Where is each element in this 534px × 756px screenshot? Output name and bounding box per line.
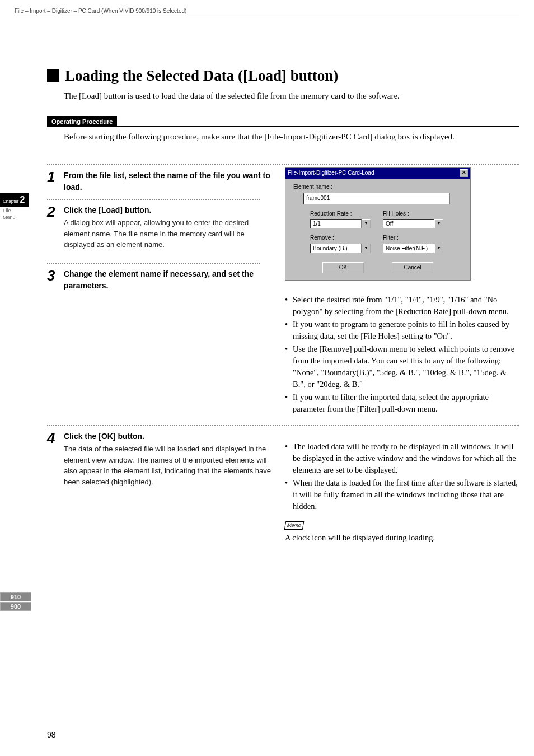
remove-label: Remove : [310, 234, 383, 242]
chevron-down-icon[interactable]: ▼ [434, 219, 443, 228]
bullet-text: The loaded data will be ready to be disp… [293, 441, 519, 476]
memo-text: A clock icon will be displayed during lo… [285, 532, 519, 544]
dialog-titlebar: File-Import-Digitizer-PC Card-Load ✕ [285, 168, 470, 179]
chapter-line1: File [3, 208, 29, 214]
step-number: 2 [47, 204, 64, 250]
dialog-title-text: File-Import-Digitizer-PC Card-Load [288, 169, 374, 178]
operating-procedure-intro: Before starting the following procedure,… [64, 132, 519, 142]
step-3: 3 Change the element name if necessary, … [47, 268, 274, 292]
reduction-rate-select[interactable]: 1/1 ▼ [310, 219, 383, 228]
fill-holes-select[interactable]: Off ▼ [383, 219, 456, 228]
model-label-910: 910 [0, 592, 31, 601]
model-label-900: 900 [0, 602, 31, 611]
step-3-title: Change the element name if necessary, an… [64, 268, 274, 292]
step-2-desc: A dialog box will appear, allowing you t… [64, 217, 274, 250]
dotted-separator [47, 425, 519, 426]
square-bullet-icon [47, 69, 59, 82]
reduction-rate-label: Reduction Rate : [310, 210, 383, 218]
bullet-text: Use the [Remove] pull-down menu to selec… [293, 343, 519, 390]
operating-procedure-rule [47, 126, 519, 127]
fill-holes-value: Off [383, 219, 434, 228]
bullet-text: If you want to filter the imported data,… [293, 391, 519, 415]
section-title-text: Loading the Selected Data ([Load] button… [65, 67, 338, 84]
operating-procedure-label: Operating Procedure [47, 116, 117, 127]
dotted-separator [47, 199, 260, 200]
step-2: 2 Click the [Load] button. A dialog box … [47, 204, 274, 250]
section-intro: The [Load] button is used to load the da… [64, 91, 519, 101]
filter-select[interactable]: Noise Filter(N.F.) ▼ [383, 244, 456, 253]
fill-holes-label: Fill Holes : [383, 210, 456, 218]
chevron-down-icon[interactable]: ▼ [362, 219, 371, 228]
remove-value: Boundary (B.) [310, 244, 362, 253]
ok-button[interactable]: OK [322, 262, 364, 274]
step-4-bullets: •The loaded data will be ready to be dis… [285, 441, 519, 512]
step-2-title: Click the [Load] button. [64, 204, 274, 216]
breadcrumb: File – Import – Digitizer – PC Card (Whe… [15, 8, 186, 14]
chapter-tab: Chapter 2 File Menu [0, 193, 29, 221]
step-1: 1 From the file list, select the name of… [47, 170, 274, 193]
step-3-bullets: •Select the desired rate from "1/1", "1/… [285, 294, 519, 415]
chevron-down-icon[interactable]: ▼ [434, 244, 443, 253]
step-4-title: Click the [OK] button. [64, 431, 274, 442]
step-number: 3 [47, 268, 64, 292]
filter-label: Filter : [383, 234, 456, 242]
model-labels: 910 900 [0, 592, 31, 612]
chapter-line2: Menu [3, 214, 29, 221]
step-4: 4 Click the [OK] button. The data of the… [47, 431, 274, 487]
element-name-input[interactable]: frame001 [303, 193, 450, 204]
step-number: 4 [47, 431, 64, 487]
bullet-text: If you want to program to generate point… [293, 319, 519, 342]
breadcrumb-rule [15, 16, 519, 16]
bullet-text: Select the desired rate from "1/1", "1/4… [293, 294, 519, 318]
chapter-number: 2 [20, 195, 25, 205]
filter-value: Noise Filter(N.F.) [383, 244, 434, 253]
dotted-separator [47, 263, 260, 264]
load-dialog: File-Import-Digitizer-PC Card-Load ✕ Ele… [285, 167, 471, 281]
reduction-rate-value: 1/1 [310, 219, 362, 228]
chapter-prefix: Chapter [3, 199, 18, 204]
element-name-label: Element name : [293, 183, 462, 192]
section-title: Loading the Selected Data ([Load] button… [47, 67, 519, 85]
bullet-text: When the data is loaded for the first ti… [293, 477, 519, 512]
step-number: 1 [47, 170, 64, 193]
remove-select[interactable]: Boundary (B.) ▼ [310, 244, 383, 253]
cancel-button[interactable]: Cancel [392, 262, 433, 274]
step-1-title: From the file list, select the name of t… [64, 170, 274, 193]
memo-label: Memo [284, 521, 305, 530]
chevron-down-icon[interactable]: ▼ [362, 244, 371, 253]
close-icon[interactable]: ✕ [460, 169, 468, 177]
page-number: 98 [47, 730, 56, 739]
dotted-separator [47, 164, 519, 165]
step-4-desc: The data of the selected file will be lo… [64, 444, 274, 487]
